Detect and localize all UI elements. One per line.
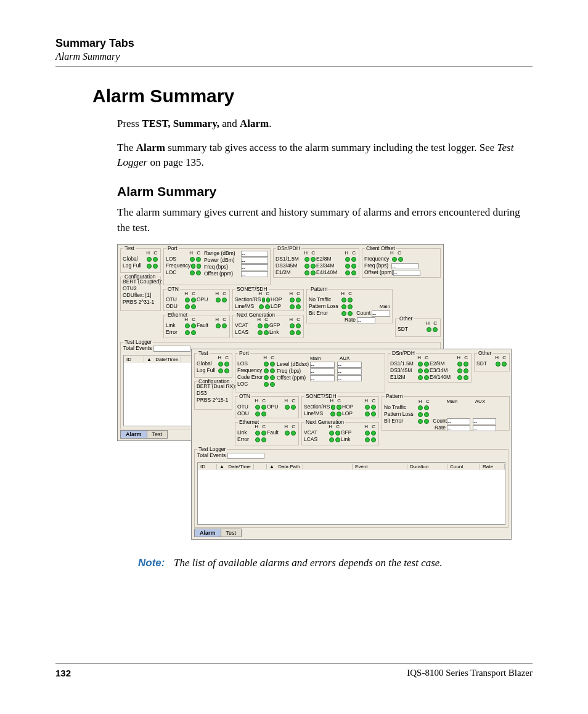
col-datetime[interactable]: ▲ Date/Time <box>144 357 193 362</box>
freq-main-field[interactable]: -- <box>310 368 335 375</box>
tab-alarm[interactable]: Alarm <box>120 430 147 439</box>
led-icon <box>418 362 423 367</box>
group-dsnpdh: DSn/PDH H C DS1/1.5M DS3/45M E1/2M H C E… <box>273 248 359 278</box>
col-duration-2[interactable]: Duration <box>407 464 447 469</box>
col-datetime-2[interactable]: ▲ Date/Time <box>217 464 267 469</box>
group-test-2: Test H C Global Log Full <box>194 353 232 378</box>
tab-alarm-2[interactable]: Alarm <box>194 529 221 537</box>
led-icon <box>264 382 269 387</box>
led-icon <box>418 412 423 417</box>
led-icon <box>291 405 296 410</box>
col-id[interactable]: ID <box>124 357 144 362</box>
group-configuration: Configuration BERT (Coupled): OTU2 ODUfl… <box>120 277 161 311</box>
led-icon <box>290 323 295 328</box>
count-main-field[interactable]: -- <box>447 418 470 424</box>
led-icon <box>196 257 201 262</box>
col-id-2[interactable]: ID <box>198 464 217 469</box>
offset-field[interactable]: -- <box>241 271 268 277</box>
led-icon <box>457 375 462 380</box>
led-icon <box>351 264 356 269</box>
led-icon <box>270 382 275 387</box>
count-field[interactable]: -- <box>372 310 390 317</box>
led-icon <box>392 257 397 262</box>
led-icon <box>191 298 196 302</box>
led-icon <box>331 405 336 410</box>
offset-ppm-field[interactable]: -- <box>393 270 420 276</box>
group-ethernet-2: Ethernet H C Link Error H C Fault <box>235 422 299 445</box>
tab-test[interactable]: Test <box>147 430 168 439</box>
count-aux-field[interactable]: -- <box>473 418 496 424</box>
led-icon <box>371 431 376 436</box>
group-ethernet: Ethernet H C Link Error H C Fault <box>163 315 230 338</box>
led-icon <box>330 412 335 416</box>
power-field[interactable]: -- <box>241 258 268 264</box>
tab-bar-1: Alarm Test <box>120 430 167 439</box>
led-icon <box>261 405 266 410</box>
led-icon <box>191 304 196 309</box>
offset-main-field[interactable]: -- <box>310 375 335 381</box>
led-icon <box>218 362 223 367</box>
test-logger-2: Test Logger Total Events ID ▲ Date/Time … <box>194 449 508 528</box>
led-icon <box>335 437 340 442</box>
led-icon <box>496 362 500 367</box>
rate-aux-field[interactable]: -- <box>473 425 496 431</box>
col-rate-2[interactable]: Rate <box>480 464 505 469</box>
led-icon <box>261 437 266 442</box>
led-icon <box>291 431 296 436</box>
offset-aux-field[interactable]: -- <box>337 375 362 381</box>
group-sonetsdh: SONET/SDH H C Section/RS Line/MS H C HOP… <box>232 289 304 311</box>
range-field[interactable]: -- <box>241 251 268 257</box>
led-icon <box>296 298 301 302</box>
led-icon <box>185 330 190 335</box>
led-icon <box>337 412 341 416</box>
led-icon <box>290 304 295 309</box>
led-icon <box>147 257 152 262</box>
group-sonetsdh-2: SONET/SDH H C Section/RS Line/MS H C HOP… <box>301 396 379 418</box>
level-main-field[interactable]: -- <box>310 362 335 368</box>
col-event-2[interactable]: Event <box>353 464 407 469</box>
led-icon <box>222 323 227 328</box>
led-icon <box>311 264 316 269</box>
tab-test-2[interactable]: Test <box>221 529 242 537</box>
rate-field[interactable]: -- <box>357 317 375 323</box>
logger-grid-2[interactable]: ID ▲ Date/Time ▲ Data Path Event Duratio… <box>197 462 505 525</box>
led-icon <box>418 368 423 373</box>
led-icon <box>341 311 346 316</box>
led-icon <box>365 405 370 410</box>
led-icon <box>365 431 370 436</box>
led-icon <box>348 304 353 309</box>
alarm-window-2: Test H C Global Log Full Configuration B… <box>191 349 512 540</box>
led-icon <box>329 431 334 436</box>
freq-bps-field[interactable]: -- <box>391 263 419 269</box>
led-icon <box>255 431 260 436</box>
led-icon <box>270 362 275 367</box>
header-rule <box>55 66 533 67</box>
led-icon <box>348 311 353 316</box>
led-icon <box>457 368 462 373</box>
freq-aux-field[interactable]: -- <box>337 368 362 375</box>
led-icon <box>351 257 356 262</box>
led-icon <box>296 323 301 328</box>
led-icon <box>265 304 270 309</box>
led-icon <box>270 375 275 380</box>
led-icon <box>185 304 190 309</box>
footer-rule <box>55 663 533 664</box>
led-icon <box>258 323 263 328</box>
level-aux-field[interactable]: -- <box>337 362 362 368</box>
freq-field[interactable]: -- <box>241 264 268 270</box>
led-icon <box>463 375 468 380</box>
led-icon <box>341 304 346 309</box>
led-icon <box>418 405 423 410</box>
total-events-field-2[interactable] <box>227 453 264 459</box>
group-configuration-2: Configuration BERT (Dual RX): DS3 PRBS 2… <box>194 381 232 410</box>
logger-header-row-2: ID ▲ Date/Time ▲ Data Path Event Duratio… <box>198 463 505 470</box>
total-events-field[interactable] <box>153 346 190 352</box>
page-header: Summary Tabs Alarm Summary <box>55 37 533 62</box>
col-count-2[interactable]: Count <box>447 464 480 469</box>
led-icon <box>196 270 201 275</box>
col-datapath-2[interactable]: ▲ Data Path <box>267 464 353 469</box>
led-icon <box>185 298 190 302</box>
led-icon <box>224 362 229 367</box>
rate-main-field[interactable]: -- <box>447 425 470 431</box>
led-icon <box>258 330 263 335</box>
